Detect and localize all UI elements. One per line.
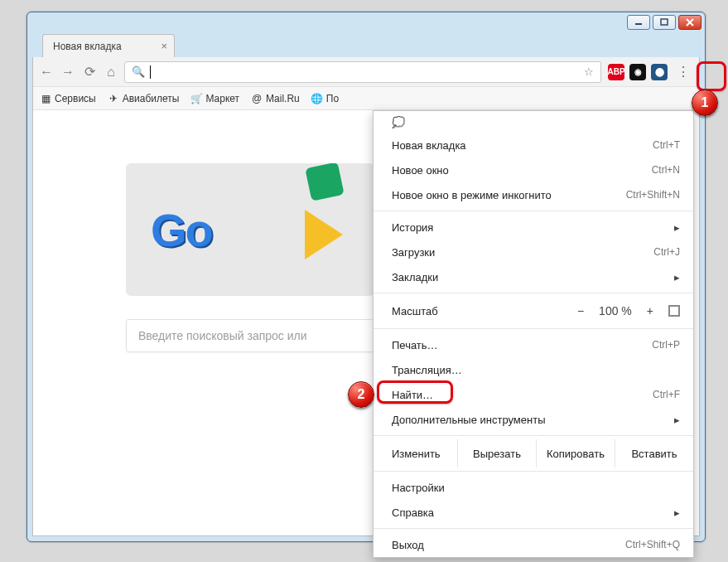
tab-close-icon[interactable]: × [161, 40, 167, 52]
back-button[interactable]: ← [40, 65, 53, 79]
text-cursor [150, 65, 151, 79]
menu-cast[interactable]: Трансляция… [374, 357, 693, 382]
menu-label: Новое окно в режиме инкогнито [392, 189, 552, 201]
menu-label: Трансляция… [392, 364, 462, 376]
menu-history[interactable]: История ▸ [374, 215, 693, 240]
bookmark-label: Mail.Ru [266, 93, 300, 104]
search-icon: 🔍 [132, 65, 145, 78]
menu-shortcut: Ctrl+P [652, 339, 680, 351]
menu-exit[interactable]: Выход Ctrl+Shift+Q [374, 532, 693, 557]
tab-title: Новая вкладка [53, 41, 122, 52]
btn-text: Вставить [631, 448, 677, 460]
menu-shortcut: Ctrl+T [653, 139, 680, 151]
menu-new-window[interactable]: Новое окно Ctrl+N [374, 157, 693, 182]
extension-icon-3[interactable]: ⬤ [651, 64, 668, 80]
window-close-button[interactable] [678, 15, 701, 30]
menu-label: Масштаб [392, 305, 438, 317]
menu-label: Новое окно [392, 164, 449, 177]
zoom-value: 100 % [599, 304, 632, 317]
menu-shortcut: Ctrl+N [652, 164, 680, 176]
bookmark-item[interactable]: ✈Авиабилеты [108, 93, 180, 104]
menu-incognito[interactable]: Новое окно в режиме инкогнито Ctrl+Shift… [374, 182, 693, 207]
window-maximize-button[interactable] [653, 15, 676, 30]
menu-separator [374, 293, 693, 293]
address-bar[interactable]: 🔍 ☆ [124, 61, 601, 83]
play-icon [305, 210, 343, 259]
menu-help[interactable]: Справка ▸ [374, 500, 693, 525]
chrome-menu-button[interactable]: ⋮ [674, 63, 692, 81]
menu-label: Настройки [392, 482, 445, 494]
menu-more-tools[interactable]: Дополнительные инструменты ▸ [374, 407, 693, 432]
window-titlebar [27, 12, 705, 32]
home-button[interactable]: ⌂ [104, 65, 118, 79]
window-minimize-button[interactable] [627, 15, 650, 30]
zoom-in-button[interactable]: + [647, 304, 653, 317]
badge-number: 1 [701, 95, 709, 110]
at-icon: @ [251, 93, 263, 104]
menu-shortcut: Ctrl+Shift+Q [625, 539, 680, 550]
menu-bookmarks[interactable]: Закладки ▸ [374, 264, 693, 289]
google-doodle[interactable]: Go [126, 163, 374, 296]
toolbar: ← → ⟳ ⌂ 🔍 ☆ ABP ◉ ⬤ ⋮ [33, 57, 699, 87]
label-text: Изменить [392, 448, 441, 460]
bookmark-apps[interactable]: ▦Сервисы [40, 93, 96, 104]
menu-separator [374, 435, 693, 436]
submenu-arrow-icon: ▸ [674, 506, 680, 519]
menu-downloads[interactable]: Загрузки Ctrl+J [374, 240, 693, 264]
menu-find[interactable]: Найти… Ctrl+F [374, 382, 693, 407]
menu-separator [374, 211, 693, 211]
fullscreen-icon[interactable] [668, 305, 680, 317]
menu-shortcut: Ctrl+Shift+N [626, 189, 680, 201]
bookmark-label: По [326, 93, 339, 104]
bookmark-item[interactable]: 🛒Маркет [190, 93, 239, 104]
plane-icon: ✈ [108, 93, 119, 104]
menu-label: Новая вкладка [392, 139, 466, 152]
bookmark-label: Сервисы [55, 93, 96, 104]
bookmark-star-icon[interactable]: ☆ [584, 65, 594, 78]
menu-copy[interactable]: Копировать [537, 439, 615, 468]
menu-new-tab[interactable]: Новая вкладка Ctrl+T [374, 133, 693, 157]
menu-settings[interactable]: Настройки [374, 475, 693, 500]
cart-icon: 🛒 [190, 93, 202, 104]
menu-label: Печать… [392, 339, 438, 351]
tab-active[interactable]: Новая вкладка × [42, 34, 175, 57]
menu-cut[interactable]: Вырезать [458, 439, 537, 468]
svg-rect-1 [661, 19, 668, 25]
menu-label: Дополнительные инструменты [392, 414, 546, 426]
menu-print[interactable]: Печать… Ctrl+P [374, 332, 693, 357]
extension-abp[interactable]: ABP [608, 64, 624, 80]
menu-shortcut: Ctrl+J [653, 246, 680, 258]
browser-chrome: ← → ⟳ ⌂ 🔍 ☆ ABP ◉ ⬤ ⋮ ▦Сервисы ✈Авиабиле… [32, 57, 700, 536]
menu-paste[interactable]: Вставить [615, 439, 693, 468]
apps-icon: ▦ [40, 93, 51, 104]
bookmark-item[interactable]: @Mail.Ru [251, 93, 300, 104]
menu-label: Справка [392, 506, 434, 519]
menu-label: Выход [392, 539, 424, 551]
menu-zoom: Масштаб − 100 % + [374, 297, 693, 325]
menu-label: Загрузки [392, 246, 435, 259]
reload-button[interactable]: ⟳ [83, 65, 96, 79]
menu-edit-label: Изменить [374, 439, 458, 468]
bookmark-label: Маркет [205, 93, 239, 104]
badge-number: 2 [358, 387, 365, 402]
callout-badge-1: 1 [692, 90, 718, 116]
btn-text: Копировать [547, 448, 605, 460]
menu-separator [374, 471, 693, 472]
submenu-arrow-icon: ▸ [674, 414, 680, 426]
menu-label: Найти… [392, 389, 433, 401]
bookmarks-bar: ▦Сервисы ✈Авиабилеты 🛒Маркет @Mail.Ru 🌐П… [33, 87, 699, 110]
search-placeholder: Введите поисковый запрос или [138, 329, 307, 342]
menu-label: История [392, 221, 433, 234]
menu-shortcut: Ctrl+F [653, 389, 680, 400]
tab-strip: Новая вкладка × [27, 32, 705, 57]
chrome-main-menu: 💭 Новая вкладка Ctrl+T Новое окно Ctrl+N… [373, 110, 694, 558]
menu-separator [374, 528, 693, 529]
forward-button[interactable]: → [61, 65, 75, 79]
btn-text: Вырезать [473, 448, 521, 460]
new-tab-page: Go Введите поисковый запрос или [126, 163, 407, 352]
menu-disabled-icon-row: 💭 [374, 111, 693, 133]
zoom-out-button[interactable]: − [577, 304, 584, 317]
bookmark-item[interactable]: 🌐По [311, 93, 339, 104]
nav-buttons: ← → ⟳ ⌂ [40, 65, 118, 79]
extension-icon-2[interactable]: ◉ [629, 64, 646, 80]
